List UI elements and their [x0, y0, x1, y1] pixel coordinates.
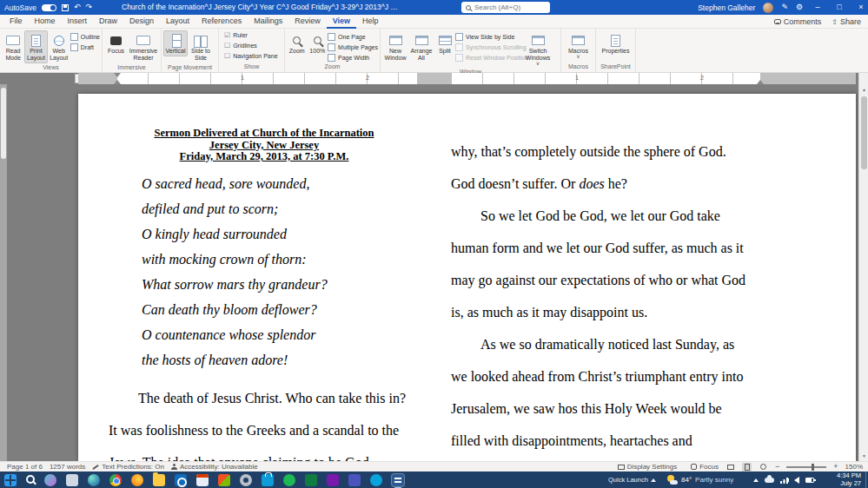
focus-button[interactable]: Focus	[104, 30, 128, 56]
task-view-icon[interactable]	[66, 474, 78, 486]
store-icon[interactable]	[262, 474, 274, 486]
spotify-icon[interactable]	[283, 474, 295, 486]
taskbar-search-icon[interactable]	[26, 475, 35, 484]
zoom-100-button[interactable]: 100%	[308, 30, 328, 56]
skype-icon[interactable]	[370, 474, 382, 486]
onedrive-icon[interactable]	[765, 478, 774, 483]
read-mode-button[interactable]: Read Mode	[2, 30, 24, 63]
clock[interactable]: 4:34 PM July 27	[837, 472, 861, 487]
gear-icon[interactable]: ⚙	[796, 0, 803, 15]
search-box[interactable]	[461, 2, 550, 13]
tab-design[interactable]: Design	[123, 15, 160, 29]
tab-review[interactable]: Review	[288, 15, 327, 29]
minimize-button[interactable]: –	[811, 0, 825, 15]
tab-mailings[interactable]: Mailings	[248, 15, 288, 29]
file-explorer-icon[interactable]	[153, 474, 165, 486]
page-indicator[interactable]: Page 1 of 6	[7, 463, 43, 471]
scrollbar-thumb[interactable]	[861, 96, 867, 169]
focus-toggle[interactable]: Focus	[691, 463, 719, 471]
ruler[interactable]: L 1 2 1 2	[0, 73, 868, 84]
settings-icon[interactable]	[240, 474, 252, 486]
one-page-button[interactable]: One Page	[328, 32, 378, 42]
tab-draw[interactable]: Draw	[93, 15, 123, 29]
maximize-button[interactable]: □	[832, 0, 846, 15]
vertical-button[interactable]: Vertical	[163, 30, 188, 56]
comments-button[interactable]: Comments	[774, 17, 822, 26]
arrange-all-button[interactable]: Arrange All	[408, 30, 434, 63]
new-window-button[interactable]: New Window	[382, 30, 408, 63]
scroll-up-arrow[interactable]: ▲	[859, 84, 868, 95]
photos-icon[interactable]	[218, 474, 230, 486]
document-canvas[interactable]: Sermon Delivered at Church of the Incarn…	[0, 84, 858, 461]
scroll-down-arrow[interactable]: ▼	[859, 451, 868, 461]
left-scrollbar-thumb[interactable]	[1, 88, 6, 159]
tab-help[interactable]: Help	[356, 15, 385, 29]
tab-insert[interactable]: Insert	[62, 15, 94, 29]
print-layout-button[interactable]: Print Layout	[24, 30, 47, 63]
immersive-reader-button[interactable]: Immersive Reader	[128, 30, 159, 63]
web-layout-view-button[interactable]	[759, 463, 768, 472]
draft-button[interactable]: Draft	[70, 43, 100, 52]
text-predictions[interactable]: Text Predictions: On	[92, 463, 164, 471]
quick-launch[interactable]: Quick Launch	[608, 472, 656, 488]
search-input[interactable]	[474, 3, 548, 11]
read-mode-view-button[interactable]	[726, 463, 735, 472]
display-settings[interactable]: Display Settings	[618, 463, 677, 471]
excel-icon[interactable]	[305, 474, 317, 486]
web-layout-button[interactable]: Web Layout	[48, 30, 70, 63]
start-button-icon[interactable]	[4, 474, 17, 486]
page-width-button[interactable]: Page Width	[328, 53, 378, 63]
redo-icon[interactable]: ↷	[85, 0, 92, 15]
copilot-icon[interactable]	[44, 474, 56, 486]
save-icon[interactable]	[62, 4, 69, 11]
left-scrollbar[interactable]	[0, 84, 7, 461]
side-to-side-button[interactable]: Side to Side	[188, 30, 214, 63]
zoom-level[interactable]: 150%	[845, 463, 863, 471]
ruler-checkbox[interactable]: ☑Ruler	[224, 30, 248, 40]
first-line-indent-marker[interactable]	[114, 73, 121, 77]
navigation-pane-checkbox[interactable]: ☐Navigation Pane	[224, 51, 278, 61]
print-layout-view-button[interactable]	[742, 463, 752, 472]
calendar-icon[interactable]	[196, 474, 209, 486]
word-icon[interactable]	[392, 474, 404, 486]
volume-icon[interactable]	[794, 477, 799, 484]
accessibility-status[interactable]: Accessibility: Unavailable	[171, 463, 258, 471]
zoom-out-button[interactable]: −	[775, 463, 779, 471]
onenote-icon[interactable]	[327, 474, 339, 486]
outline-button[interactable]: Outline	[70, 32, 100, 42]
tab-file[interactable]: File	[3, 15, 29, 29]
horizontal-ruler[interactable]: 1 2 1 2	[78, 73, 856, 84]
macros-button[interactable]: Macros ∨	[566, 30, 592, 61]
outlook-icon[interactable]	[175, 474, 187, 486]
firefox-icon[interactable]	[131, 474, 143, 486]
undo-icon[interactable]: ↶	[74, 0, 81, 15]
battery-icon[interactable]	[805, 478, 814, 483]
page[interactable]: Sermon Delivered at Church of the Incarn…	[78, 94, 856, 461]
zoom-button[interactable]: Zoom	[287, 30, 308, 56]
split-button[interactable]: Split	[434, 30, 455, 56]
vertical-scrollbar[interactable]: ▲ ▼	[858, 73, 868, 461]
chrome-icon[interactable]	[109, 474, 122, 486]
zoom-slider-thumb[interactable]	[812, 464, 814, 471]
close-button[interactable]: ×	[854, 0, 868, 15]
weather-widget[interactable]: 84° Partly sunny	[667, 472, 733, 488]
tab-view[interactable]: View	[327, 15, 356, 29]
zoom-slider[interactable]	[786, 466, 826, 468]
pen-icon[interactable]: ✎	[781, 0, 788, 15]
properties-button[interactable]: Properties	[600, 30, 632, 56]
switch-windows-button[interactable]: Switch Windows ∨	[521, 30, 554, 68]
gridlines-checkbox[interactable]: ☐Gridlines	[224, 41, 257, 50]
view-side-by-side-button[interactable]: View Side by Side	[455, 32, 521, 42]
tab-layout[interactable]: Layout	[160, 15, 195, 29]
autosave-toggle[interactable]	[42, 4, 56, 11]
zoom-in-button[interactable]: +	[833, 463, 838, 471]
tab-home[interactable]: Home	[29, 15, 62, 29]
avatar[interactable]	[763, 3, 773, 13]
hidden-icons-chevron[interactable]	[753, 478, 759, 482]
share-button[interactable]: ⇧Share	[832, 17, 861, 26]
teams-icon[interactable]	[348, 474, 361, 486]
word-count[interactable]: 1257 words	[50, 463, 85, 471]
tab-references[interactable]: References	[195, 15, 248, 29]
multiple-pages-button[interactable]: Multiple Pages	[328, 43, 378, 52]
edge-icon[interactable]	[88, 474, 100, 486]
